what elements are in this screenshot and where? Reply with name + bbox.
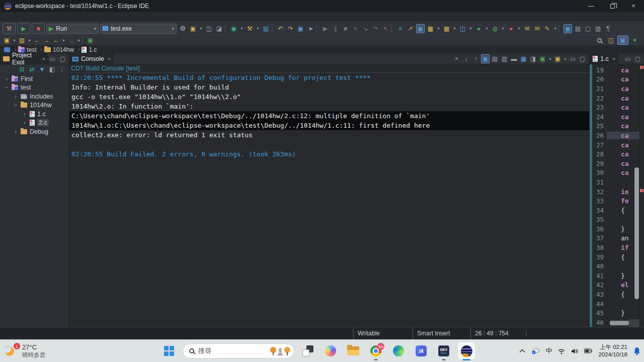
close-icon[interactable]: ×: [108, 56, 111, 62]
overview-ruler[interactable]: [639, 64, 644, 327]
copilot-button[interactable]: [321, 340, 340, 361]
dropdown-icon[interactable]: ▾: [76, 36, 81, 45]
undo-icon[interactable]: ↶: [276, 24, 285, 33]
launch-mode-dropdown[interactable]: ▶ Run ▾: [46, 24, 99, 34]
focus-icon[interactable]: ◧: [48, 65, 56, 74]
instruction-stepping-icon[interactable]: ≡: [396, 24, 405, 33]
open-perspective-icon[interactable]: ◫: [607, 36, 615, 45]
dropdown-icon[interactable]: ▾: [239, 24, 244, 33]
collapse-all-icon[interactable]: ⊟: [18, 65, 26, 74]
select-tool-icon[interactable]: ➤: [306, 24, 315, 33]
dropdown-icon[interactable]: ▾: [501, 24, 505, 33]
run-button[interactable]: ▶: [17, 23, 30, 34]
dropdown-icon[interactable]: ▾: [468, 24, 473, 33]
open-element-icon[interactable]: ▨: [18, 36, 26, 45]
taskbar-clock[interactable]: 上午 02:21 2024/10/18: [598, 343, 627, 358]
weather-widget[interactable]: 1 27°C 晴時多雲: [4, 340, 45, 362]
search-scope-icon[interactable]: ◫: [458, 24, 467, 33]
task-view-button[interactable]: [299, 340, 317, 361]
new-console-icon[interactable]: ▣: [553, 54, 562, 63]
trace-icon[interactable]: ↗: [406, 24, 415, 33]
tab-project-explorer[interactable]: Project Expl ×: [0, 54, 48, 64]
restore-button[interactable]: [602, 0, 623, 12]
dropdown-icon[interactable]: ▾: [517, 24, 521, 33]
edge-button[interactable]: [389, 340, 408, 361]
start-button[interactable]: [160, 340, 178, 361]
file-explorer-button[interactable]: [344, 340, 362, 361]
save-all-icon[interactable]: ◪: [215, 24, 223, 33]
clear-console-icon[interactable]: ×: [452, 54, 461, 63]
separator[interactable]: [391, 25, 394, 32]
dropdown-icon[interactable]: ▾: [563, 54, 568, 63]
debug-last-icon[interactable]: ●: [507, 24, 515, 33]
wifi-icon[interactable]: [557, 348, 566, 354]
dropdown-icon[interactable]: ▾: [256, 24, 260, 33]
search-icon[interactable]: [597, 38, 602, 43]
close-icon[interactable]: ×: [612, 56, 615, 62]
separator[interactable]: [316, 25, 319, 32]
profile-icon[interactable]: ◍: [491, 24, 499, 33]
editor-presentation-icon[interactable]: ▣: [564, 24, 572, 33]
pin-console-icon[interactable]: ▦: [519, 54, 528, 63]
taskbar-search[interactable]: 搜尋: [183, 343, 294, 358]
dropdown-icon[interactable]: ▾: [452, 24, 457, 33]
tab-editor-1c[interactable]: 1.c ×: [590, 54, 618, 64]
stop-button[interactable]: ■: [32, 23, 45, 34]
breadcrumb-1c[interactable]: › 1.c: [76, 46, 98, 53]
terminate-icon[interactable]: ■: [341, 24, 350, 33]
error-marker[interactable]: [640, 66, 643, 69]
back-icon[interactable]: ←: [52, 36, 60, 45]
build-button[interactable]: ⚒: [3, 23, 16, 34]
redo-icon[interactable]: ↷: [286, 24, 295, 33]
new-wizard-icon[interactable]: ▣: [189, 24, 197, 33]
error-marker[interactable]: [640, 189, 643, 192]
scroll-lock-icon[interactable]: ▣: [481, 54, 490, 63]
notification-bell-icon[interactable]: [633, 347, 641, 355]
show-whitespace-icon[interactable]: ¶: [604, 24, 612, 33]
step-over-icon[interactable]: ↷: [371, 24, 380, 33]
dropdown-icon[interactable]: ▾: [436, 24, 441, 33]
dropdown-icon[interactable]: ▾: [61, 36, 66, 45]
dropdown-icon[interactable]: ▾: [485, 24, 489, 33]
dropdown-icon[interactable]: ▾: [548, 54, 552, 63]
build-icon[interactable]: ⚒: [246, 24, 254, 33]
new-perspective-icon[interactable]: ✦: [630, 36, 639, 45]
prev-annotation-icon[interactable]: ←: [33, 36, 41, 45]
open-console-icon[interactable]: ▣: [538, 54, 547, 63]
step-return-icon[interactable]: ↖: [381, 24, 390, 33]
link-with-editor-icon[interactable]: ⇄: [28, 65, 36, 74]
volume-icon[interactable]: [571, 348, 579, 354]
ime-indicator[interactable]: 中: [545, 346, 552, 355]
clear-output-icon[interactable]: ▥: [500, 54, 509, 63]
breadcrumb-root-icon[interactable]: [4, 47, 10, 52]
suspend-icon[interactable]: ∥: [331, 24, 340, 33]
memory-view-icon[interactable]: ▣: [416, 24, 425, 33]
open-console-icon[interactable]: ▣: [296, 24, 305, 33]
editor-body[interactable]: 19 ca 20 ca 21 ca: [590, 64, 644, 327]
maximize-panel-icon[interactable]: ▢: [58, 54, 67, 63]
resume-icon[interactable]: ▶: [321, 24, 330, 33]
minimize-icon[interactable]: ▭: [569, 54, 577, 63]
onedrive-icon[interactable]: [531, 347, 540, 354]
battery-icon[interactable]: [584, 348, 593, 354]
statusbar-menu-icon[interactable]: ⋮: [523, 327, 529, 339]
disconnect-icon[interactable]: ×: [351, 24, 360, 33]
cpp-perspective-icon[interactable]: ▣: [617, 36, 628, 45]
open-task-icon[interactable]: ✉: [523, 24, 531, 33]
step-into-icon[interactable]: ↘: [361, 24, 370, 33]
maximize-icon[interactable]: ▢: [578, 54, 587, 63]
dropdown-icon[interactable]: ▾: [12, 36, 17, 45]
launch-config-dropdown[interactable]: test.exe ▾: [100, 24, 177, 34]
scroll-down-icon[interactable]: ↓: [462, 54, 470, 63]
keyboard-icon[interactable]: ▤: [574, 24, 582, 33]
view-menu-icon[interactable]: ⋮: [58, 65, 66, 74]
devcpp-button[interactable]: DEVC++: [435, 340, 453, 361]
chrome-button[interactable]: Wu: [367, 340, 385, 361]
dropdown-icon[interactable]: ▾: [27, 36, 32, 45]
minimize-button[interactable]: —: [581, 0, 602, 12]
dropdown-icon[interactable]: ▾: [199, 24, 203, 33]
separator[interactable]: [272, 25, 275, 32]
horizontal-scrollbar[interactable]: [610, 321, 629, 325]
vertical-scrollbar[interactable]: [634, 167, 639, 299]
scroll-up-icon[interactable]: ↑: [471, 54, 480, 63]
